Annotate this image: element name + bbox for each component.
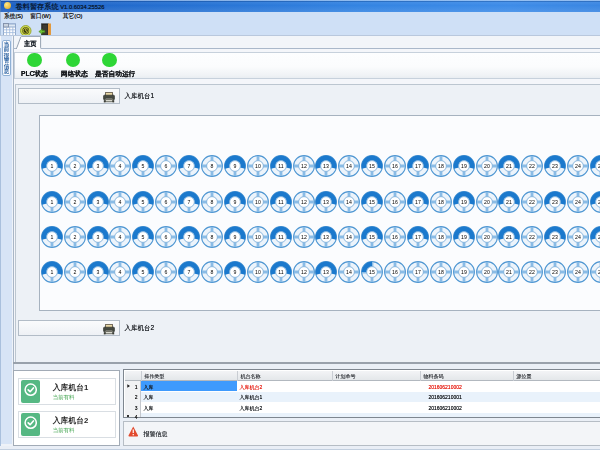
- svg-text:21: 21: [507, 163, 513, 169]
- svg-text:6: 6: [165, 163, 168, 169]
- svg-text:18: 18: [438, 234, 444, 240]
- svg-text:7: 7: [188, 234, 191, 240]
- svg-text:20: 20: [484, 234, 490, 240]
- svg-text:16: 16: [392, 269, 398, 275]
- svg-text:22: 22: [529, 163, 535, 169]
- svg-text:23: 23: [552, 198, 558, 204]
- svg-text:19: 19: [461, 269, 467, 275]
- svg-text:15: 15: [369, 269, 375, 275]
- svg-text:5: 5: [142, 234, 145, 240]
- svg-text:6: 6: [165, 269, 168, 275]
- svg-text:22: 22: [529, 234, 535, 240]
- svg-text:18: 18: [438, 198, 444, 204]
- svg-text:1: 1: [50, 198, 53, 204]
- svg-text:18: 18: [438, 163, 444, 169]
- svg-text:7: 7: [188, 163, 191, 169]
- svg-text:4: 4: [119, 234, 122, 240]
- svg-text:12: 12: [301, 269, 307, 275]
- svg-text:15: 15: [369, 198, 375, 204]
- svg-text:11: 11: [278, 163, 283, 169]
- svg-text:16: 16: [392, 163, 398, 169]
- svg-text:4: 4: [119, 198, 122, 204]
- svg-text:13: 13: [324, 198, 330, 204]
- svg-text:13: 13: [324, 163, 330, 169]
- svg-text:3: 3: [96, 234, 99, 240]
- svg-text:1: 1: [50, 269, 53, 275]
- svg-text:12: 12: [301, 163, 307, 169]
- svg-text:12: 12: [301, 198, 307, 204]
- svg-text:19: 19: [461, 163, 467, 169]
- svg-text:14: 14: [346, 269, 352, 275]
- svg-text:23: 23: [552, 234, 558, 240]
- svg-text:16: 16: [392, 234, 398, 240]
- svg-text:15: 15: [369, 163, 375, 169]
- svg-text:7: 7: [188, 269, 191, 275]
- svg-text:4: 4: [119, 163, 122, 169]
- svg-text:24: 24: [575, 198, 581, 204]
- svg-text:10: 10: [255, 198, 261, 204]
- svg-text:8: 8: [211, 269, 214, 275]
- svg-text:10: 10: [255, 234, 261, 240]
- svg-text:21: 21: [507, 198, 513, 204]
- svg-text:8: 8: [211, 234, 214, 240]
- svg-text:24: 24: [575, 234, 581, 240]
- svg-text:21: 21: [507, 234, 513, 240]
- svg-text:9: 9: [233, 198, 236, 204]
- svg-text:14: 14: [346, 234, 352, 240]
- svg-text:17: 17: [415, 269, 421, 275]
- svg-text:17: 17: [415, 198, 421, 204]
- svg-text:17: 17: [415, 234, 421, 240]
- svg-text:9: 9: [233, 269, 236, 275]
- svg-text:24: 24: [575, 269, 581, 275]
- svg-text:22: 22: [529, 198, 535, 204]
- svg-text:19: 19: [461, 234, 467, 240]
- svg-text:8: 8: [211, 198, 214, 204]
- svg-text:3: 3: [96, 163, 99, 169]
- svg-text:13: 13: [324, 234, 330, 240]
- svg-text:2: 2: [73, 198, 76, 204]
- svg-text:2: 2: [73, 269, 76, 275]
- svg-text:20: 20: [484, 198, 490, 204]
- svg-text:16: 16: [392, 198, 398, 204]
- svg-text:5: 5: [142, 198, 145, 204]
- svg-text:19: 19: [461, 198, 467, 204]
- svg-text:11: 11: [278, 198, 283, 204]
- svg-text:11: 11: [278, 269, 283, 275]
- svg-text:24: 24: [575, 163, 581, 169]
- svg-text:15: 15: [369, 234, 375, 240]
- svg-text:2: 2: [73, 163, 76, 169]
- svg-text:2: 2: [73, 234, 76, 240]
- svg-text:23: 23: [552, 269, 558, 275]
- svg-text:5: 5: [142, 163, 145, 169]
- svg-text:1: 1: [50, 163, 53, 169]
- svg-text:22: 22: [529, 269, 535, 275]
- svg-text:20: 20: [484, 269, 490, 275]
- svg-text:9: 9: [233, 234, 236, 240]
- svg-text:6: 6: [165, 234, 168, 240]
- svg-text:3: 3: [96, 198, 99, 204]
- svg-text:1: 1: [50, 234, 53, 240]
- svg-text:7: 7: [188, 198, 191, 204]
- svg-text:8: 8: [211, 163, 214, 169]
- svg-text:18: 18: [438, 269, 444, 275]
- svg-text:14: 14: [346, 198, 352, 204]
- svg-text:10: 10: [255, 163, 261, 169]
- svg-text:13: 13: [324, 269, 330, 275]
- svg-text:17: 17: [415, 163, 421, 169]
- svg-text:3: 3: [96, 269, 99, 275]
- svg-text:4: 4: [119, 269, 122, 275]
- svg-text:10: 10: [255, 269, 261, 275]
- svg-text:6: 6: [165, 198, 168, 204]
- svg-text:20: 20: [484, 163, 490, 169]
- svg-text:9: 9: [233, 163, 236, 169]
- svg-text:14: 14: [346, 163, 352, 169]
- svg-text:21: 21: [507, 269, 513, 275]
- svg-text:5: 5: [142, 269, 145, 275]
- svg-text:23: 23: [552, 163, 558, 169]
- svg-text:11: 11: [278, 234, 283, 240]
- svg-text:12: 12: [301, 234, 307, 240]
